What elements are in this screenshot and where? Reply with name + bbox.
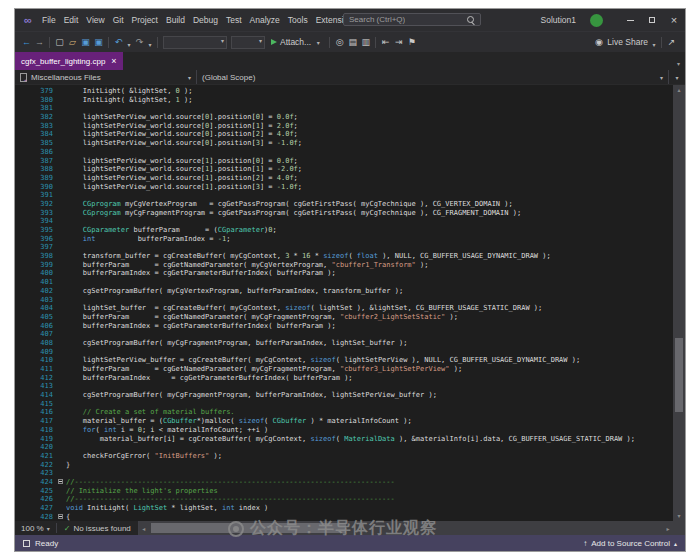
vertical-scrollbar-thumb[interactable]	[675, 338, 683, 412]
code-line[interactable]: 391	[15, 191, 673, 200]
decrease-indent-icon[interactable]: ⇤	[379, 32, 392, 52]
code-line[interactable]: 405 bufferParam = cgGetNamedParameter( m…	[15, 313, 673, 322]
breakpoint-margin[interactable]	[15, 174, 25, 183]
dropdown-caret-icon[interactable]	[125, 33, 133, 51]
code-line[interactable]: 388 lightSetPerView_world.source[1].posi…	[15, 165, 673, 174]
uncomment-icon[interactable]: ▥	[359, 32, 372, 52]
code-line[interactable]: 386	[15, 148, 673, 157]
menu-item-project[interactable]: Project	[128, 9, 162, 31]
breakpoint-margin[interactable]	[15, 408, 25, 417]
code-line[interactable]: 415	[15, 400, 673, 409]
scroll-right-icon[interactable]	[663, 521, 673, 535]
project-scope-dropdown[interactable]: Miscellaneous Files	[15, 70, 197, 84]
breakpoint-margin[interactable]	[15, 504, 25, 513]
vertical-scrollbar[interactable]	[673, 85, 685, 521]
breakpoint-margin[interactable]	[15, 356, 25, 365]
code-line[interactable]: 418 for( int i = 0; i < materialInfoCoun…	[15, 426, 673, 435]
code-line[interactable]: 387 lightSetPerView_world.source[1].posi…	[15, 157, 673, 166]
search-box[interactable]: Search (Ctrl+Q)	[343, 13, 481, 26]
breakpoint-margin[interactable]	[15, 209, 25, 218]
code-line[interactable]: 396 int bufferParamIndex = -1;	[15, 235, 673, 244]
code-line[interactable]: 412 bufferParamIndex = cgGetParameterBuf…	[15, 374, 673, 383]
menu-item-tools[interactable]: Tools	[284, 9, 312, 31]
member-scope-dropdown[interactable]	[669, 70, 685, 84]
breakpoint-margin[interactable]	[15, 165, 25, 174]
breakpoint-margin[interactable]	[15, 513, 25, 521]
code-line[interactable]: 427void InitLight( LightSet * lightSet, …	[15, 504, 673, 513]
increase-indent-icon[interactable]: ⇥	[392, 32, 405, 52]
code-line[interactable]: 394	[15, 217, 673, 226]
code-line[interactable]: 423	[15, 469, 673, 478]
code-line[interactable]: 385 lightSetPerView_world.source[0].posi…	[15, 139, 673, 148]
menu-item-build[interactable]: Build	[162, 9, 189, 31]
code-line[interactable]: 413	[15, 382, 673, 391]
breakpoint-margin[interactable]	[15, 252, 25, 261]
code-line[interactable]: 390 lightSetPerView_world.source[1].posi…	[15, 183, 673, 192]
find-in-files-icon[interactable]: ◎	[333, 32, 346, 52]
zoom-control[interactable]: 100 %	[19, 524, 52, 533]
breakpoint-margin[interactable]	[15, 269, 25, 278]
breakpoint-margin[interactable]	[15, 183, 25, 192]
breakpoint-margin[interactable]	[15, 304, 25, 313]
code-line[interactable]: 401	[15, 278, 673, 287]
toggle-bookmark-icon[interactable]: ⚑	[405, 32, 418, 52]
tab-list-caret-icon[interactable]	[677, 52, 680, 70]
breakpoint-margin[interactable]	[15, 452, 25, 461]
breakpoint-margin[interactable]	[15, 391, 25, 400]
code-line[interactable]: 382 lightSetPerView_world.source[0].posi…	[15, 113, 673, 122]
menu-item-edit[interactable]: Edit	[60, 9, 83, 31]
breakpoint-margin[interactable]	[15, 148, 25, 157]
breakpoint-margin[interactable]	[15, 417, 25, 426]
tab-cgfx-buffer-lighting[interactable]: cgfx_buffer_lighting.cpp	[15, 52, 123, 70]
visual-studio-logo-icon[interactable]	[21, 14, 35, 26]
menu-item-file[interactable]: File	[38, 9, 60, 31]
dropdown-caret-icon[interactable]	[146, 33, 154, 51]
code-line[interactable]: 416 // Create a set of material buffers.	[15, 408, 673, 417]
breakpoint-margin[interactable]	[15, 487, 25, 496]
code-line[interactable]: 393 CGprogram myCgFragmentProgram = cgGe…	[15, 209, 673, 218]
source-control-button[interactable]: Add to Source Control	[583, 539, 677, 548]
code-line[interactable]: 400 bufferParamIndex = cgGetParameterBuf…	[15, 269, 673, 278]
undo-icon[interactable]: ↶	[112, 32, 125, 52]
breakpoint-margin[interactable]	[15, 200, 25, 209]
code-editor[interactable]: 379 InitLight( &lightSet, 0 );380 InitLi…	[15, 85, 673, 521]
breakpoint-margin[interactable]	[15, 122, 25, 131]
breakpoint-margin[interactable]	[15, 235, 25, 244]
code-line[interactable]: 404 lightSet_buffer = cgCreateBuffer( my…	[15, 304, 673, 313]
code-line[interactable]: 409	[15, 348, 673, 357]
breakpoint-margin[interactable]	[15, 287, 25, 296]
breakpoint-margin[interactable]	[15, 261, 25, 270]
code-line[interactable]: 397	[15, 243, 673, 252]
code-line[interactable]: 406 bufferParamIndex = cgGetParameterBuf…	[15, 322, 673, 331]
save-all-icon[interactable]: ▣	[92, 32, 105, 52]
scroll-down-icon[interactable]	[673, 511, 685, 521]
code-line[interactable]: 383 lightSetPerView_world.source[0].posi…	[15, 122, 673, 131]
breakpoint-margin[interactable]	[15, 296, 25, 305]
code-line[interactable]: 410 lightSetPerView_buffer = cgCreateBuf…	[15, 356, 673, 365]
breakpoint-margin[interactable]	[15, 461, 25, 470]
code-line[interactable]: 420	[15, 443, 673, 452]
tab-close-icon[interactable]	[111, 57, 116, 66]
breakpoint-margin[interactable]	[15, 139, 25, 148]
scroll-left-icon[interactable]	[139, 521, 149, 535]
open-file-icon[interactable]: ▱	[66, 32, 79, 52]
breakpoint-margin[interactable]	[15, 365, 25, 374]
code-line[interactable]: 417 material_buffer = (CGbuffer*)malloc(…	[15, 417, 673, 426]
code-line[interactable]: 408 cgSetProgramBuffer( myCgFragmentProg…	[15, 339, 673, 348]
code-line[interactable]: 381	[15, 104, 673, 113]
maximize-button[interactable]	[641, 9, 663, 31]
code-health-indicator[interactable]: No issues found	[61, 524, 134, 533]
breakpoint-margin[interactable]	[15, 469, 25, 478]
breakpoint-margin[interactable]	[15, 313, 25, 322]
breakpoint-margin[interactable]	[15, 191, 25, 200]
code-line[interactable]: 399 bufferParam = cgGetNamedParameter( m…	[15, 261, 673, 270]
breakpoint-margin[interactable]	[15, 322, 25, 331]
menu-item-view[interactable]: View	[82, 9, 108, 31]
code-line[interactable]: 389 lightSetPerView_world.source[1].posi…	[15, 174, 673, 183]
attach-button[interactable]: Attach...	[267, 37, 326, 47]
breakpoint-margin[interactable]	[15, 87, 25, 96]
code-line[interactable]: 414 cgSetProgramBuffer( myCgFragmentProg…	[15, 391, 673, 400]
code-line[interactable]: 426//-----------------------------------…	[15, 495, 673, 504]
code-line[interactable]: 379 InitLight( &lightSet, 0 );	[15, 87, 673, 96]
live-share-label[interactable]: Live Share	[605, 37, 650, 47]
